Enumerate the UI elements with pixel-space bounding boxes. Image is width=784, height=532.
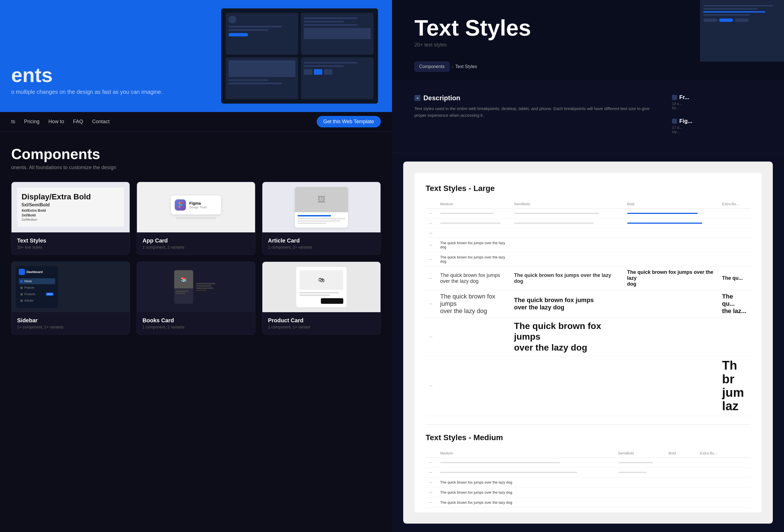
card-meta-ts: 20+ text styles [17,245,124,250]
desc-right-item-1: Fr... 19 s...for... [672,94,762,110]
th-label-m [426,449,437,458]
th-medium: Medium [437,200,511,208]
preview-area: Text Styles - Large Medium SemiBold Bold… [403,162,773,524]
ts-medium-title: Text Styles - Medium [426,433,750,442]
preview-sheet: Text Styles - Large Medium SemiBold Bold… [414,173,762,512]
dr-text-1: 19 s...for... [672,102,762,110]
table-row: — The quick brown fox jumpsover the lazy… [426,290,750,318]
breadcrumb-arrow: › [452,64,453,69]
th-semibold: SemiBold [511,200,624,208]
dr-icon-1 [672,95,677,100]
nav-item-faq[interactable]: FAQ [73,119,83,124]
dr-text-2: 17 d...sty... [672,125,762,134]
nav-item-ts[interactable]: ts [11,119,15,124]
table-row: — The quick brown fox jumps over the laz… [426,238,750,252]
table-row: — The quick brown fox jumpsover the lazy… [426,318,750,356]
cards-grid: Display/Extra Bold 5xl/SemiBold 4xl/Extr… [11,182,381,335]
nav-item-pricing[interactable]: Pricing [24,119,39,124]
hero-area: ents o multiple changes on the design as… [0,0,392,112]
dr-label-1: Fr... [679,94,689,101]
table-row: — The quick brown fox jumps over the laz… [426,487,750,497]
ts-large-title: Text Styles - Large [426,184,750,193]
hero-mockup [221,8,378,104]
components-section: Components onents. All foundations to cu… [0,132,392,532]
comp-card-text-styles[interactable]: Display/Extra Bold 5xl/SemiBold 4xl/Extr… [11,182,130,255]
nav-cta-button[interactable]: Get this Web Template [317,116,381,128]
section-subtitle: onents. All foundations to customize the… [11,165,381,170]
table-row: — Thbrjumlaz [426,356,750,416]
th-bold-m: Bold [665,449,697,458]
dr-label-2: Fig... [679,118,693,124]
comp-card-sidebar[interactable]: Dashboard Home Projects Products [11,261,130,335]
section-title: Components [11,146,381,162]
hero-subtitle: o multiple changes on the design as fast… [11,89,162,95]
th-label [426,200,437,208]
table-row: — [426,218,750,228]
comp-card-product[interactable]: 🛍 Product Card 1 component, 1+ variant [262,261,381,335]
table-row: — The quick brown fox jumps over the laz… [426,252,750,267]
ts-large-table: Medium SemiBold Bold Extra Bo... — [426,200,750,416]
th-semibold-m: SemiBold [615,449,665,458]
navbar: ts Pricing How to FAQ Contact Get this W… [0,112,392,132]
card-meta-app: 1 component, 2 variants [142,245,250,250]
nav-item-howto[interactable]: How to [49,119,64,124]
card-meta-books: 1 component, 2 variants [142,325,250,329]
hero-title: ents [11,63,162,86]
table-row: — [426,228,750,238]
hero-text-overlay: ents o multiple changes on the design as… [11,63,162,95]
table-row: — [426,457,750,467]
right-header: Text Styles 20+ text styles [392,0,784,62]
table-row: — The quick brown fox jumps over the laz… [426,497,750,507]
th-extrabold-m: Extra Bo... [697,449,750,458]
desc-heading-text: Description [423,94,460,102]
card-name-sidebar: Sidebar [17,317,124,324]
comp-card-article[interactable]: 🖼 Article Card 1 component, 2+ variants [262,182,381,255]
breadcrumb-current: Text Styles [455,64,477,69]
table-row: — [426,208,750,218]
card-name-app: App Card [142,237,250,244]
card-name-article: Article Card [268,237,375,244]
card-name-ts: Text Styles [17,237,124,244]
ts-medium-table: Medium SemiBold Bold Extra Bo... — [426,449,750,508]
th-bold: Bold [624,200,719,208]
description-area: ≡ Description Text styles used in the en… [392,80,784,153]
right-panel: Text Styles 20+ text styles Components ›… [392,0,784,532]
left-panel: ents o multiple changes on the design as… [0,0,392,532]
card-name-product: Product Card [268,317,375,324]
dr-icon-2 [672,119,677,124]
breadcrumb-parent[interactable]: Components [414,62,449,72]
card-meta-sidebar: 1+ component, 2+ variants [17,325,124,329]
desc-icon: ≡ [414,95,421,101]
card-name-books: Books Card [142,317,250,324]
table-row: — The quick brown fox jumps over the laz… [426,477,750,487]
corner-mockup [700,0,784,62]
nav-item-contact[interactable]: Contact [92,119,110,124]
card-meta-product: 1 component, 1+ variant [268,325,375,329]
desc-text: Text styles used in the entire web break… [414,105,655,119]
card-meta-article: 1 component, 2+ variants [268,245,375,250]
desc-right-item-2: Fig... 17 d...sty... [672,118,762,134]
th-medium-m: Medium [437,449,615,458]
figma-icon [175,199,186,211]
table-row: — [426,467,750,477]
breadcrumb: Components › Text Styles [392,62,784,80]
comp-card-books[interactable]: 📚 [137,261,255,335]
th-extrabold: Extra Bo... [719,200,750,208]
table-row: — The quick brown fox jumpsover the lazy… [426,267,750,290]
comp-card-app[interactable]: Figma Design Tools App Card 1 component,… [137,182,255,255]
